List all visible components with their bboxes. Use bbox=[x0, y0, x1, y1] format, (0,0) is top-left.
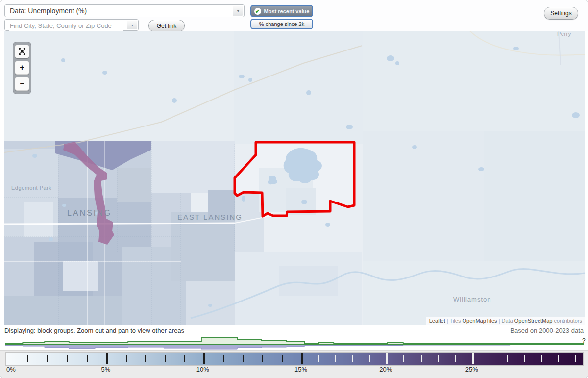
openmaptiles-link[interactable]: OpenMapTiles bbox=[463, 318, 497, 324]
zoom-in-button[interactable]: + bbox=[15, 61, 29, 75]
scale-minor-tick bbox=[541, 355, 542, 362]
scale-minor-tick bbox=[318, 355, 319, 362]
get-link-button[interactable]: Get link bbox=[148, 20, 185, 32]
data-layer-select[interactable]: Data: Unemployment (%) ▼ bbox=[4, 4, 245, 17]
scale-minor-tick bbox=[184, 355, 185, 362]
scale-tick-label: 10% bbox=[196, 366, 209, 373]
scale-minor-tick bbox=[421, 355, 422, 362]
search-input[interactable] bbox=[9, 20, 123, 31]
zoom-out-button[interactable]: − bbox=[15, 77, 29, 91]
scale-minor-tick bbox=[67, 355, 68, 362]
scale-tick-label: 0% bbox=[6, 366, 16, 373]
leaflet-link[interactable]: Leaflet bbox=[429, 318, 445, 324]
toolbar: Data: Unemployment (%) ▼ ▼ Get link ✔ Mo… bbox=[0, 0, 588, 31]
app-window: Data: Unemployment (%) ▼ ▼ Get link ✔ Mo… bbox=[0, 0, 588, 378]
based-on-text: Based on 2000-2023 data bbox=[510, 327, 584, 334]
legend-strip: 0%5%10%15%20%25% bbox=[0, 350, 588, 378]
scale-minor-tick bbox=[282, 355, 283, 362]
scale-minor-tick bbox=[524, 355, 525, 362]
scale-minor-tick bbox=[47, 355, 48, 362]
scale-minor-tick bbox=[165, 355, 166, 362]
scale-minor-tick bbox=[352, 355, 353, 362]
chevron-down-icon[interactable]: ▼ bbox=[127, 21, 137, 29]
displaying-text: Displaying: block groups. Zoom out and p… bbox=[4, 327, 184, 334]
color-scale-bar bbox=[5, 352, 584, 366]
scale-minor-tick bbox=[262, 355, 263, 362]
color-scale-labels: 0%5%10%15%20%25% bbox=[5, 366, 583, 375]
scale-tick-label: 25% bbox=[466, 366, 478, 373]
scale-minor-tick bbox=[575, 355, 576, 362]
chevron-down-icon[interactable]: ▼ bbox=[233, 6, 243, 16]
status-row: Displaying: block groups. Zoom out and p… bbox=[4, 325, 585, 337]
scale-minor-tick bbox=[243, 355, 244, 362]
location-search[interactable]: ▼ bbox=[4, 19, 139, 31]
scale-minor-tick bbox=[87, 355, 88, 362]
most-recent-value-toggle[interactable]: ✔ Most recent value bbox=[250, 5, 313, 17]
map-canvas bbox=[4, 31, 585, 325]
histogram-selection-series bbox=[5, 345, 584, 349]
scale-minor-tick bbox=[507, 355, 508, 362]
data-layer-select-value: Data: Unemployment (%) bbox=[10, 7, 87, 15]
fullscreen-icon bbox=[18, 48, 26, 55]
help-link[interactable]: ? bbox=[582, 337, 586, 344]
scale-minor-tick bbox=[369, 355, 370, 362]
most-recent-value-label: Most recent value bbox=[264, 8, 310, 14]
full-extent-button[interactable] bbox=[15, 45, 29, 58]
scale-tick-label: 20% bbox=[379, 366, 392, 373]
map-attribution: Leaflet|Tiles OpenMapTiles|Data OpenStre… bbox=[426, 317, 585, 325]
pct-change-toggle[interactable]: % change since 2k bbox=[250, 19, 313, 29]
scale-major-tick bbox=[386, 353, 388, 364]
settings-button[interactable]: Settings bbox=[544, 7, 578, 20]
scale-minor-tick bbox=[490, 355, 490, 362]
scale-tick-label: 5% bbox=[101, 366, 111, 373]
scale-minor-tick bbox=[558, 355, 559, 362]
scale-minor-tick bbox=[223, 355, 224, 362]
scale-major-tick bbox=[301, 353, 303, 364]
histogram-distribution-series bbox=[5, 338, 584, 345]
scale-minor-tick bbox=[438, 355, 439, 362]
scale-major-tick bbox=[106, 353, 108, 364]
scale-minor-tick bbox=[335, 355, 336, 362]
scale-minor-tick bbox=[27, 355, 28, 362]
scale-minor-tick bbox=[403, 355, 404, 362]
openstreetmap-link[interactable]: OpenStreetMap bbox=[514, 318, 553, 324]
scale-minor-tick bbox=[126, 355, 127, 362]
map-viewport[interactable]: Edgemont Park LANSING EAST LANSING Willi… bbox=[4, 31, 585, 325]
check-icon: ✔ bbox=[254, 8, 261, 15]
scale-minor-tick bbox=[455, 355, 456, 362]
pct-change-label: % change since 2k bbox=[259, 21, 304, 27]
scale-major-tick bbox=[472, 353, 474, 364]
scale-minor-tick bbox=[145, 355, 146, 362]
value-distribution-histogram bbox=[5, 337, 584, 350]
scale-major-tick bbox=[203, 353, 205, 364]
scale-tick-label: 15% bbox=[294, 366, 307, 373]
map-controls: + − bbox=[13, 42, 31, 94]
